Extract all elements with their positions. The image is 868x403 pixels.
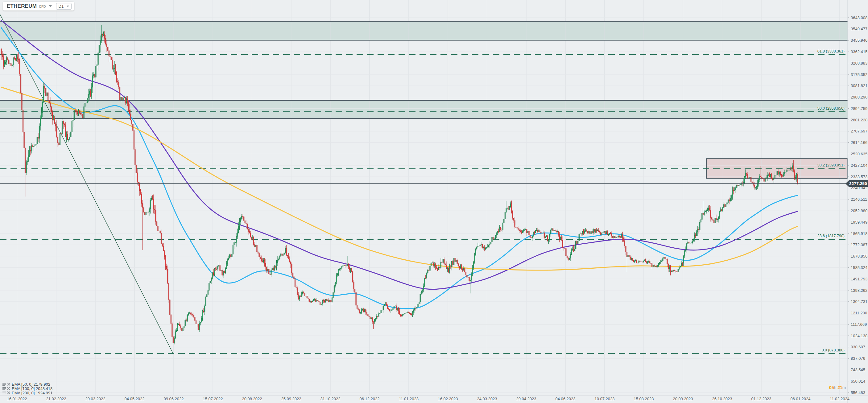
date-tick-label: 20.09.2023 xyxy=(673,397,693,401)
fibonacci-layer: 61.8 (3338.361)50.0 (2868.656)38.2 (2398… xyxy=(0,49,848,353)
countdown-minutes-unit: m xyxy=(842,385,846,390)
price-tick-label: 1959.449 xyxy=(851,220,867,225)
price-tick-label: 1865.918 xyxy=(851,231,867,236)
indicator-remove-icon[interactable] xyxy=(7,383,10,386)
price-tick-label: 3362.415 xyxy=(851,50,867,54)
market-type-label: CFD xyxy=(39,5,46,8)
indicator-legend: EMA [50, 0] 2179.902 EMA [100, 0] 2048.4… xyxy=(2,382,53,395)
price-tick-label: 1772.387 xyxy=(851,242,867,247)
current-price-badge: 2277.250 xyxy=(845,180,868,187)
price-tick-label: 2614.166 xyxy=(851,140,867,145)
countdown-hours-unit: h xyxy=(834,385,837,390)
date-tick-label: 25.09.2022 xyxy=(281,397,301,401)
indicator-remove-icon[interactable] xyxy=(7,387,10,390)
indicator-settings-icon[interactable] xyxy=(2,383,6,386)
date-tick-label: 10.07.2023 xyxy=(594,397,615,401)
date-tick-label: 26.10.2023 xyxy=(712,397,732,401)
chevron-down-icon xyxy=(67,5,69,7)
price-tick-label: 2052.980 xyxy=(851,208,867,213)
legend-text-ema100: EMA [100, 0] 2048.418 xyxy=(12,386,53,391)
date-tick-label: 11.02.2024 xyxy=(830,397,849,401)
price-tick-label: 3455.946 xyxy=(851,38,867,42)
countdown-minutes: 21 xyxy=(837,385,842,390)
date-tick-label: 04.05.2022 xyxy=(124,397,144,401)
date-tick-label: 15.07.2022 xyxy=(203,397,223,401)
legend-text-ema200: EMA [200, 0] 1924.991 xyxy=(12,391,53,395)
time-axis[interactable]: 16.01.202221.02.202229.03.202204.05.2022… xyxy=(7,397,849,401)
price-tick-label: 837.076 xyxy=(851,356,865,361)
timeframe-select[interactable]: D1 xyxy=(56,3,72,9)
descending-trendline[interactable] xyxy=(0,14,173,353)
price-tick-label: 1398.262 xyxy=(851,288,867,293)
price-tick-label: 2427.104 xyxy=(851,163,867,168)
price-tick-label: 1211.200 xyxy=(851,311,867,315)
fib-label-23.6: 23.6 (1817.790) xyxy=(817,234,844,238)
date-tick-label: 21.02.2022 xyxy=(46,397,66,401)
price-tick-label: 2988.290 xyxy=(851,95,867,99)
fib-label-0.0: 0.0 (878.380) xyxy=(822,348,844,352)
date-tick-label: 20.08.2022 xyxy=(242,397,262,401)
price-tick-label: 2333.573 xyxy=(851,174,867,179)
date-tick-label: 06.01.2024 xyxy=(790,397,810,401)
date-tick-label: 16.01.2022 xyxy=(7,397,27,401)
price-tick-label: 2520.635 xyxy=(851,152,867,156)
fib-label-50.0: 50.0 (2868.656) xyxy=(817,106,844,111)
price-tick-label: 743.545 xyxy=(851,368,865,372)
ema-100-line[interactable] xyxy=(1,20,798,289)
date-tick-label: 06.12.2022 xyxy=(359,397,379,401)
price-tick-label: 3643.008 xyxy=(851,16,867,20)
date-tick-label: 15.08.2023 xyxy=(633,397,654,401)
countdown-hours: 05 xyxy=(829,385,834,390)
chevron-down-icon[interactable] xyxy=(49,5,52,7)
price-tick-label: 1024.138 xyxy=(851,334,867,338)
price-tick-label: 2894.759 xyxy=(851,106,867,111)
symbol-name[interactable]: ETHEREUM xyxy=(7,3,37,9)
price-tick-label: 1678.856 xyxy=(851,254,867,258)
legend-row-ema200: EMA [200, 0] 1924.991 xyxy=(2,391,53,395)
price-tick-label: 556.483 xyxy=(851,390,865,395)
date-tick-label: 29.03.2022 xyxy=(85,397,105,401)
price-tick-label: 3268.883 xyxy=(851,61,867,65)
date-tick-label: 01.12.2023 xyxy=(751,397,771,401)
date-tick-label: 11.01.2023 xyxy=(399,397,418,401)
price-tick-label: 3549.477 xyxy=(851,27,867,31)
price-tick-label: 2146.511 xyxy=(851,197,867,202)
price-axis[interactable]: 3643.0083549.4773455.9463362.4153268.883… xyxy=(848,16,867,395)
price-tick-label: 2707.697 xyxy=(851,129,867,134)
indicator-settings-icon[interactable] xyxy=(2,387,6,390)
price-tick-label: 3175.352 xyxy=(851,72,867,77)
price-tick-label: 3081.821 xyxy=(851,83,867,88)
fib-label-38.2: 38.2 (2398.951) xyxy=(817,163,844,167)
indicator-settings-icon[interactable] xyxy=(2,391,6,395)
date-tick-label: 16.02.2023 xyxy=(438,397,458,401)
price-tick-label: 1117.669 xyxy=(851,322,867,327)
legend-row-ema50: EMA [50, 0] 2179.902 xyxy=(2,382,53,386)
date-tick-label: 04.06.2023 xyxy=(555,397,575,401)
indicator-remove-icon[interactable] xyxy=(7,391,10,394)
price-tick-label: 2801.228 xyxy=(851,118,867,122)
price-tick-label: 930.607 xyxy=(851,345,865,349)
date-tick-label: 29.04.2023 xyxy=(516,397,536,401)
legend-text-ema50: EMA [50, 0] 2179.902 xyxy=(12,382,50,386)
timeframe-value: D1 xyxy=(59,4,64,9)
current-price-value: 2277.250 xyxy=(849,181,867,186)
legend-row-ema100: EMA [100, 0] 2048.418 xyxy=(2,386,53,391)
date-tick-label: 09.06.2022 xyxy=(163,397,184,401)
price-chart-svg[interactable]: 61.8 (3338.361)50.0 (2868.656)38.2 (2398… xyxy=(0,0,868,403)
price-tick-label: 1491.793 xyxy=(851,277,867,281)
price-tick-label: 1304.731 xyxy=(851,299,867,304)
symbol-card: ETHEREUM CFD D1 xyxy=(3,2,74,10)
trading-chart-app: 61.8 (3338.361)50.0 (2868.656)38.2 (2398… xyxy=(0,0,868,403)
fib-label-61.8: 61.8 (3338.361) xyxy=(817,49,844,53)
chart-container: 61.8 (3338.361)50.0 (2868.656)38.2 (2398… xyxy=(0,0,868,403)
supply-zone-upper xyxy=(0,21,848,40)
candle-countdown: 05h 21m xyxy=(829,385,846,390)
price-tick-label: 650.014 xyxy=(851,379,865,383)
date-tick-label: 24.03.2023 xyxy=(477,397,497,401)
date-tick-label: 31.10.2022 xyxy=(320,397,340,401)
price-tick-label: 1585.324 xyxy=(851,265,867,270)
grid-layer xyxy=(0,0,848,395)
